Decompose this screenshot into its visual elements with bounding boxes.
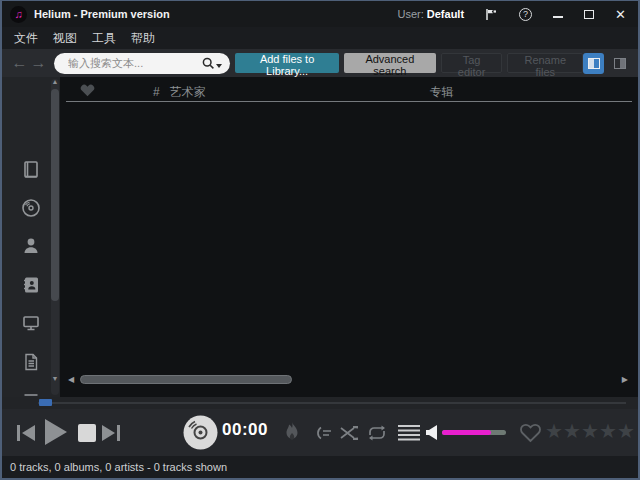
user-label: User:	[397, 8, 423, 20]
star-icon[interactable]: ★	[563, 419, 581, 443]
favorite-heart-icon[interactable]	[80, 84, 95, 100]
album-disc-icon[interactable]	[20, 197, 42, 219]
stop-button[interactable]	[78, 424, 96, 442]
layout-panel-view-button[interactable]	[609, 53, 630, 74]
toolbar: ← → Add files to Library... Advanced sea…	[2, 49, 638, 77]
window-title: Helium - Premium version	[34, 8, 170, 20]
seek-thumb[interactable]	[39, 399, 52, 406]
flag-icon[interactable]	[485, 8, 498, 21]
layout-toggles	[583, 53, 630, 74]
titlebar: ♫ Helium - Premium version User: Default…	[2, 1, 638, 27]
status-bar: 0 tracks, 0 albums, 0 artists - 0 tracks…	[2, 456, 638, 478]
next-track-button[interactable]	[100, 423, 122, 447]
layout-sidebar-view-button[interactable]	[583, 53, 604, 74]
sidebar: ▲ ▼	[2, 77, 60, 397]
rating-stars: ★ ★ ★ ★ ★	[545, 419, 635, 443]
elapsed-time: 00:00	[222, 420, 268, 440]
play-button[interactable]	[40, 417, 70, 451]
advanced-search-button[interactable]: Advanced search	[344, 53, 436, 73]
horizontal-scrollbar[interactable]: ◀ ▶	[66, 374, 630, 386]
back-arrow-icon[interactable]: ←	[10, 55, 29, 71]
scroll-right-icon[interactable]: ▶	[622, 375, 628, 385]
favorite-heart-button[interactable]	[519, 423, 542, 447]
playlist-icon[interactable]	[20, 389, 42, 397]
menu-help[interactable]: 帮助	[131, 30, 155, 47]
contacts-book-icon[interactable]	[20, 274, 42, 296]
scroll-left-icon[interactable]: ◀	[68, 375, 74, 385]
main-body: ▲ ▼ # 艺术家 专辑 ◀ ▶	[2, 77, 638, 397]
scroll-up-icon[interactable]: ▲	[50, 78, 60, 86]
star-icon[interactable]: ★	[599, 419, 617, 443]
status-text: 0 tracks, 0 albums, 0 artists - 0 tracks…	[10, 461, 227, 473]
playlist-menu-icon[interactable]	[397, 424, 421, 445]
player-bar: 00:00 ★ ★ ★ ★ ★	[2, 409, 638, 456]
previous-track-button[interactable]	[15, 423, 37, 447]
seek-track[interactable]	[38, 402, 626, 404]
artist-person-icon[interactable]	[20, 235, 42, 257]
titlebar-controls: User: Default ? ✕	[397, 8, 626, 21]
play-queue-icon[interactable]	[311, 425, 333, 445]
app-logo-icon: ♫	[10, 6, 27, 23]
help-button[interactable]: ?	[519, 8, 532, 21]
sidebar-scroll-thumb[interactable]	[51, 89, 59, 301]
devices-monitor-icon[interactable]	[20, 312, 42, 334]
add-files-button[interactable]: Add files to Library...	[235, 53, 339, 73]
close-button[interactable]: ✕	[615, 8, 626, 21]
star-icon[interactable]: ★	[617, 419, 635, 443]
volume-speaker-icon[interactable]	[426, 425, 438, 444]
star-icon[interactable]: ★	[545, 419, 563, 443]
column-header-album[interactable]: 专辑	[430, 84, 454, 101]
library-book-icon[interactable]	[20, 159, 42, 181]
maximize-button[interactable]	[584, 10, 594, 19]
column-header-artist[interactable]: 艺术家	[170, 84, 206, 101]
star-icon[interactable]: ★	[581, 419, 599, 443]
app-window: ♫ Helium - Premium version User: Default…	[0, 0, 640, 480]
search-icon[interactable]	[202, 57, 222, 70]
document-icon[interactable]	[20, 351, 42, 373]
forward-arrow-icon[interactable]: →	[29, 55, 48, 71]
track-table-header: # 艺术家 专辑	[66, 83, 632, 102]
search-box[interactable]	[54, 53, 230, 74]
album-art-disc-icon[interactable]	[182, 414, 219, 455]
user-value: Default	[427, 8, 464, 20]
menu-file[interactable]: 文件	[14, 30, 38, 47]
repeat-icon[interactable]	[365, 424, 389, 446]
tag-editor-button: Tag editor	[441, 53, 503, 73]
user-indicator: User: Default	[397, 8, 464, 20]
horizontal-scroll-thumb[interactable]	[80, 375, 292, 384]
column-header-number[interactable]: #	[153, 85, 160, 99]
seek-bar[interactable]	[2, 397, 638, 409]
volume-fill	[442, 430, 491, 435]
menu-view[interactable]: 视图	[53, 30, 77, 47]
shuffle-icon[interactable]	[339, 425, 359, 445]
menubar: 文件 视图 工具 帮助	[2, 27, 638, 49]
menu-tools[interactable]: 工具	[92, 30, 116, 47]
search-input[interactable]	[66, 56, 202, 70]
search-options-caret	[216, 64, 222, 68]
volume-slider[interactable]	[442, 430, 506, 435]
minimize-button[interactable]	[553, 10, 563, 18]
hot-tracks-flame-icon[interactable]	[283, 421, 301, 448]
scroll-down-icon[interactable]: ▼	[50, 375, 60, 383]
track-list-area: # 艺术家 专辑 ◀ ▶	[60, 77, 638, 397]
rename-files-button: Rename files	[507, 53, 583, 73]
